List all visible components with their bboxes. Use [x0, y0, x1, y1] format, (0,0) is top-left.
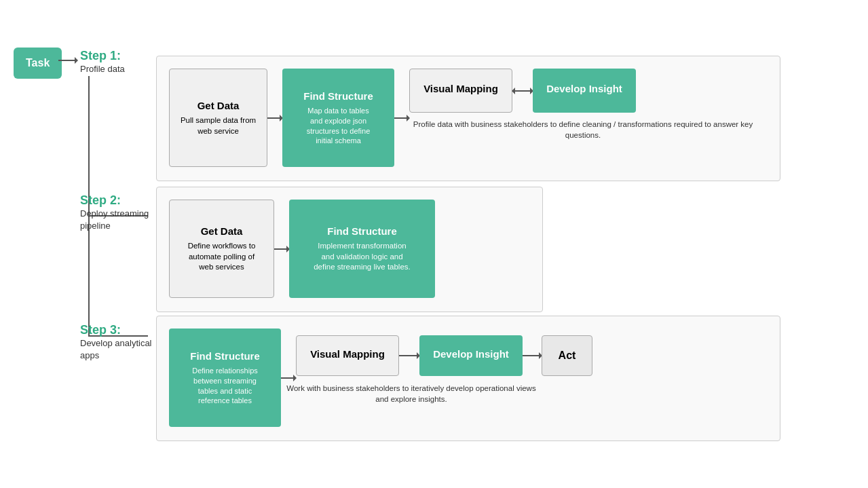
task-label: Task — [26, 57, 50, 69]
step3-work-text: Work with business stakeholders to itera… — [286, 383, 537, 405]
step2-get-data-node: Get Data Define workflows to automate po… — [169, 200, 274, 298]
step3-develop-insight-title: Develop Insight — [433, 348, 509, 361]
step2-desc: Deploy streaming pipeline — [80, 208, 149, 232]
s3-arrow1 — [281, 377, 296, 379]
step2-label: Step 2: Deploy streaming pipeline — [80, 193, 149, 232]
step2-title: Step 2: — [80, 193, 149, 208]
step1-label: Step 1: Profile data — [80, 49, 125, 75]
step1-develop-insight-title: Develop Insight — [546, 82, 622, 96]
s3-bidir-arrow — [399, 355, 419, 356]
step1-visual-mapping-title: Visual Mapping — [423, 82, 498, 96]
step1-find-structure-title: Find Structure — [303, 90, 373, 103]
step3-desc: Develop analytical apps — [80, 337, 152, 362]
step1-develop-insight-node: Develop Insight — [533, 69, 636, 113]
step2-get-data-desc: Define workflows to automate polling of … — [188, 241, 256, 273]
s3-arrow2 — [523, 355, 542, 356]
s2-arrow1 — [274, 248, 289, 250]
step2-find-structure-title: Find Structure — [327, 225, 397, 238]
step1-title: Step 1: — [80, 49, 125, 63]
step3-label: Step 3: Develop analytical apps — [80, 323, 152, 362]
step3-visual-mapping-title: Visual Mapping — [310, 348, 385, 361]
act-label: Act — [559, 348, 576, 363]
task-to-step1-arrow — [58, 60, 77, 61]
step1-get-data-node: Get Data Pull sample data from web servi… — [169, 69, 267, 167]
step1-profile-text: Profile data with business stakeholders … — [400, 119, 766, 140]
step2-find-structure-node: Find Structure Implement transformation … — [289, 200, 435, 298]
step3-find-structure-node: Find Structure Define relationships betw… — [169, 329, 281, 427]
step1-find-structure-desc: Map data to tables and explode json stru… — [307, 106, 371, 146]
vline-2-3 — [88, 217, 90, 335]
step3-title: Step 3: — [80, 323, 152, 337]
step3-visual-mapping-node: Visual Mapping — [296, 335, 399, 376]
step3-box: Find Structure Define relationships betw… — [156, 316, 780, 441]
s1-bidir-arrow — [512, 90, 533, 92]
step1-visual-mapping-node: Visual Mapping — [409, 69, 512, 113]
diagram-container: Task Step 1: Profile data Step 2: Deploy… — [0, 0, 868, 488]
step1-find-structure-node: Find Structure Map data to tables and ex… — [282, 69, 394, 167]
s1-arrow1 — [267, 117, 282, 119]
step1-box: Get Data Pull sample data from web servi… — [156, 56, 780, 181]
act-node: Act — [542, 335, 592, 376]
step1-get-data-title: Get Data — [197, 99, 240, 113]
step2-find-structure-desc: Implement transformation and validation … — [314, 241, 411, 273]
step1-desc: Profile data — [80, 63, 125, 75]
task-box: Task — [14, 48, 62, 79]
step3-find-structure-title: Find Structure — [190, 350, 260, 363]
step3-develop-insight-node: Develop Insight — [419, 335, 523, 376]
vline-1-2 — [88, 76, 90, 212]
step2-box: Get Data Define workflows to automate po… — [156, 187, 543, 312]
step3-find-structure-desc: Define relationships between streaming t… — [192, 366, 258, 406]
step1-get-data-desc: Pull sample data from web service — [181, 115, 256, 136]
step2-get-data-title: Get Data — [201, 225, 243, 238]
